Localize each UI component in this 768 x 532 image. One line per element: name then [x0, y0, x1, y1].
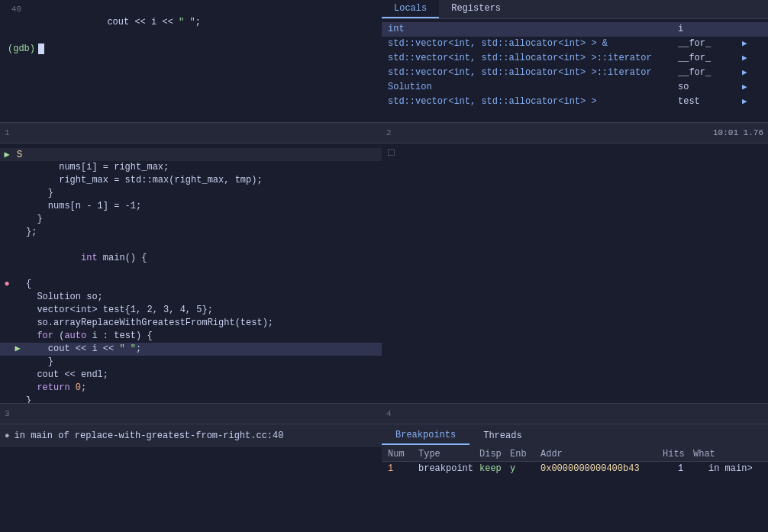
bp-enb-1: y	[510, 463, 541, 474]
src-line-2: right_max = std::max(right_max, tmp);	[0, 174, 382, 187]
locals-name-test: test	[678, 95, 739, 108]
src-line-9: Solution so;	[0, 291, 382, 304]
code-8: {	[23, 278, 380, 291]
locals-type-test: std::vector<int, std::allocator<int> >	[388, 95, 678, 108]
locals-name-for2: __for_	[678, 52, 739, 65]
locals-name-so: so	[678, 81, 739, 94]
code-15: cout << endl;	[23, 369, 380, 382]
tab-breakpoints[interactable]: Breakpoints	[382, 427, 470, 445]
locals-expand-1: ▶	[742, 37, 747, 50]
tab-registers[interactable]: Registers	[439, 0, 513, 18]
right-mid-symbol: □	[388, 147, 394, 159]
locals-name-for3: __for_	[678, 66, 739, 79]
locals-expand-3: ▶	[742, 66, 747, 79]
source-lines: ▶ S nums[i] = right_max; right_max = std…	[0, 147, 382, 403]
console-breakpoint-info: in main of replace-with-greatest-from-ri…	[15, 430, 284, 441]
bp-addr-1: 0x0000000000400b43	[541, 463, 678, 474]
tab-threads[interactable]: Threads	[470, 427, 535, 444]
divider-info: 10:01 1.76	[713, 128, 763, 137]
bp-type-1: breakpoint	[418, 463, 479, 474]
bp-col-enb: Enb	[510, 449, 541, 459]
exec-indicator-bar: ▶ S	[0, 148, 382, 161]
bp-col-what: What	[693, 449, 739, 459]
locals-name-for1: __for_	[678, 37, 739, 50]
src-line-3: }	[0, 187, 382, 200]
console-label-row: ● in main of replace-with-greatest-from-…	[0, 424, 382, 447]
arrow-indicator: ▶	[2, 149, 12, 160]
code-text: cout << i << " ";	[38, 3, 376, 42]
divider-num-4: 4	[386, 409, 399, 418]
bp-table-header: Num Type Disp Enb Addr Hits What	[382, 447, 768, 462]
code-9: Solution so;	[23, 291, 380, 304]
bp-8: ●	[2, 278, 12, 291]
code-10: vector<int> test{1, 2, 3, 4, 5};	[23, 304, 380, 317]
bp-col-addr: Addr	[541, 449, 663, 459]
locals-tab-bar: Locals Registers	[382, 0, 768, 19]
bp-num-1: 1	[388, 463, 418, 474]
code-17: }	[23, 395, 380, 403]
gdb-prompt-symbol: (gdb)	[8, 44, 35, 54]
bp-what-1: in main>	[708, 463, 754, 474]
tab-locals[interactable]: Locals	[382, 0, 439, 18]
locals-type-i: int	[388, 23, 678, 36]
src-line-6: };	[0, 226, 382, 239]
code-6: };	[23, 226, 380, 239]
right-mid-content: □	[382, 143, 768, 162]
breakpoints-content: Num Type Disp Enb Addr Hits What 1 break…	[382, 447, 768, 532]
divider-2-left: 3	[0, 403, 382, 424]
bp-col-type: Type	[418, 449, 479, 459]
divider-num-2: 2	[386, 128, 399, 137]
locals-row-for1: std::vector<int, std::allocator<int> > &…	[382, 37, 768, 51]
line-number: 40	[6, 3, 27, 16]
src-line-12: for (auto i : test) {	[0, 330, 382, 343]
code-5: }	[23, 213, 380, 226]
bp-disp-1: keep	[479, 463, 510, 474]
divider-2-right: 4	[382, 403, 768, 424]
code-11: so.arrayReplaceWithGreatestFromRight(tes…	[23, 317, 380, 330]
bp-col-hits: Hits	[663, 449, 693, 459]
locals-expand-so: ▶	[742, 81, 747, 94]
gdb-prompt-line[interactable]: (gdb)	[5, 42, 377, 56]
locals-expand-2: ▶	[742, 52, 747, 65]
locals-row-so: Solution so ▶	[382, 80, 768, 95]
locals-registers-panel: Locals Registers int i std::vector<int, …	[382, 0, 768, 122]
src-line-5: }	[0, 213, 382, 226]
bp-threads-tab-bar: Breakpoints Threads	[382, 424, 768, 447]
locals-row-for3: std::vector<int, std::allocator<int> >::…	[382, 66, 768, 80]
code-14: }	[23, 356, 380, 369]
locals-type-for1: std::vector<int, std::allocator<int> > &	[388, 37, 678, 50]
code-2: right_max = std::max(right_max, tmp);	[23, 174, 380, 187]
src-line-14: }	[0, 356, 382, 369]
code-3: }	[23, 187, 380, 200]
locals-expand-test: ▶	[742, 95, 747, 108]
src-line-10: vector<int> test{1, 2, 3, 4, 5};	[0, 304, 382, 317]
src-line-17: }	[0, 395, 382, 403]
divider-1-left: 1	[0, 122, 382, 143]
gdb-console-panel[interactable]	[0, 447, 382, 532]
gdb-output-panel: 40 cout << i << " "; (gdb)	[0, 0, 382, 122]
divider-num-3: 3	[5, 409, 17, 418]
locals-type-for3: std::vector<int, std::allocator<int> >::…	[388, 66, 678, 79]
bp-hits-1: 1	[678, 463, 708, 474]
divider-num-1: 1	[5, 128, 17, 137]
code-1: nums[i] = right_max;	[23, 161, 380, 174]
src-line-15: cout << endl;	[0, 369, 382, 382]
src-line-16: return 0;	[0, 382, 382, 395]
source-code-panel: ▶ S nums[i] = right_max; right_max = std…	[0, 143, 382, 403]
bp-circle: ●	[5, 431, 10, 440]
gdb-cursor	[38, 44, 44, 54]
exec-arrow-13: ▶	[12, 343, 23, 356]
src-line-8: ● {	[0, 278, 382, 291]
locals-type-for2: std::vector<int, std::allocator<int> >::…	[388, 52, 678, 65]
code-16: return 0;	[23, 382, 380, 395]
locals-row-test: std::vector<int, std::allocator<int> > t…	[382, 95, 768, 109]
gdb-output-line-1: 40 cout << i << " ";	[5, 3, 377, 42]
locals-table: int i std::vector<int, std::allocator<in…	[382, 19, 768, 112]
divider-1-right: 2 10:01 1.76	[382, 122, 768, 143]
locals-row-for2: std::vector<int, std::allocator<int> >::…	[382, 51, 768, 66]
locals-row-i: int i	[382, 22, 768, 37]
locals-name-i: i	[678, 23, 739, 36]
right-mid-panel: □	[382, 143, 768, 403]
src-line-13-current: ▶ cout << i << " ";	[0, 343, 382, 356]
src-line-11: so.arrayReplaceWithGreatestFromRight(tes…	[0, 317, 382, 330]
